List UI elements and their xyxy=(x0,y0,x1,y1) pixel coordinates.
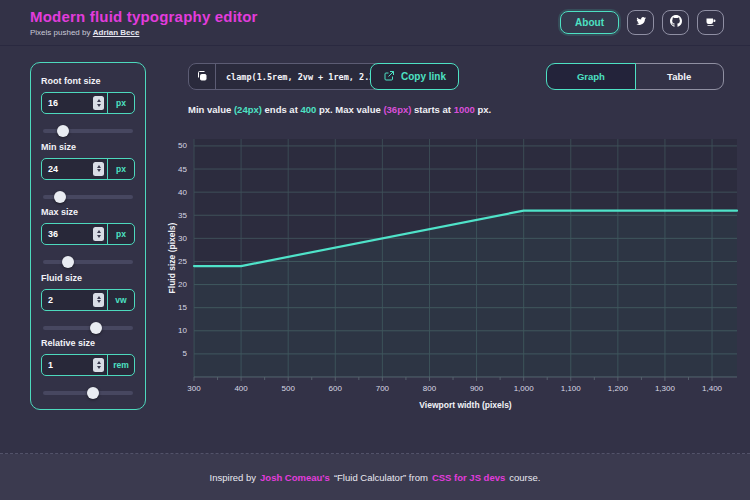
unit-label: px xyxy=(108,224,134,244)
field-value[interactable]: 36 xyxy=(48,229,90,239)
copy-link-label: Copy link xyxy=(401,71,446,82)
stepper-icon[interactable] xyxy=(93,96,104,110)
stepper-icon[interactable] xyxy=(93,162,104,176)
field-value[interactable]: 1 xyxy=(48,360,90,370)
twitter-button[interactable] xyxy=(627,10,654,35)
field-value[interactable]: 16 xyxy=(48,98,90,108)
about-button[interactable]: About xyxy=(560,11,619,34)
x-tick-label: 900 xyxy=(470,384,484,393)
y-tick-label: 20 xyxy=(178,280,187,289)
max-size-slider[interactable] xyxy=(43,260,133,264)
footer: Inspired by Josh Comeau's “Fluid Calcula… xyxy=(0,454,750,500)
fluid-size-slider[interactable] xyxy=(43,326,133,330)
github-icon xyxy=(670,15,682,30)
y-axis-title: Fluid size (pixels) xyxy=(167,222,177,293)
max-value: (36px) xyxy=(383,104,411,115)
slider-thumb[interactable] xyxy=(54,191,66,203)
root-font-size-slider[interactable] xyxy=(43,129,133,133)
field-value[interactable]: 2 xyxy=(48,295,90,305)
tab-table[interactable]: Table xyxy=(634,63,724,90)
stepper-icon[interactable] xyxy=(93,293,104,307)
twitter-icon xyxy=(635,15,647,30)
slider-thumb[interactable] xyxy=(57,125,69,137)
slider-thumb[interactable] xyxy=(87,387,99,399)
relative-size-input-group: 1 rem xyxy=(41,354,135,376)
control-max-size: Max size 36 px xyxy=(41,207,135,269)
coffee-icon xyxy=(705,15,717,30)
tab-graph[interactable]: Graph xyxy=(546,63,636,90)
x-tick-label: 700 xyxy=(376,384,390,393)
min-viewport: 400 xyxy=(300,104,316,115)
control-relative-size: Relative size 1 rem xyxy=(41,338,135,400)
slider-thumb[interactable] xyxy=(90,322,102,334)
x-tick-label: 400 xyxy=(234,384,248,393)
control-label: Max size xyxy=(41,207,135,217)
coffee-button[interactable] xyxy=(697,10,724,35)
min-size-slider[interactable] xyxy=(43,195,133,199)
control-root-font-size: Root font size 16 px xyxy=(41,76,135,138)
x-tick-label: 1,100 xyxy=(561,384,582,393)
copy-code-button[interactable] xyxy=(189,64,216,89)
starts-text: starts at xyxy=(414,104,451,115)
fluid-size-field[interactable]: 2 xyxy=(42,290,108,310)
unit-label: px xyxy=(108,159,134,179)
page-title: Modern fluid typography editor xyxy=(30,8,258,25)
css-for-js-link[interactable]: CSS for JS devs xyxy=(432,472,505,483)
footer-suffix: course. xyxy=(509,472,540,483)
clamp-summary: Min value (24px) ends at 400 px. Max val… xyxy=(188,104,491,115)
github-button[interactable] xyxy=(662,10,689,35)
y-tick-label: 25 xyxy=(178,257,187,266)
x-tick-label: 300 xyxy=(187,384,201,393)
control-label: Relative size xyxy=(41,338,135,348)
field-value[interactable]: 24 xyxy=(48,164,90,174)
x-tick-label: 800 xyxy=(423,384,437,393)
footer-middle: “Fluid Calculator” from xyxy=(334,472,428,483)
px-suffix: px. xyxy=(477,104,491,115)
y-tick-label: 45 xyxy=(178,165,187,174)
relative-size-slider[interactable] xyxy=(43,391,133,395)
px-suffix: px. xyxy=(319,104,333,115)
stepper-icon[interactable] xyxy=(93,227,104,241)
unit-label: px xyxy=(108,93,134,113)
header-actions: About xyxy=(560,10,724,35)
x-tick-label: 1,200 xyxy=(608,384,629,393)
min-size-field[interactable]: 24 xyxy=(42,159,108,179)
min-value: (24px) xyxy=(234,104,262,115)
y-tick-label: 10 xyxy=(178,326,187,335)
control-fluid-size: Fluid size 2 vw xyxy=(41,273,135,335)
footer-prefix: Inspired by xyxy=(210,472,256,483)
max-size-input-group: 36 px xyxy=(41,223,135,245)
y-tick-label: 30 xyxy=(178,234,187,243)
view-toggle: Graph Table xyxy=(546,63,724,90)
byline-prefix: Pixels pushed by xyxy=(30,28,90,37)
copy-icon xyxy=(196,68,208,86)
slider-thumb[interactable] xyxy=(62,256,74,268)
ends-text: ends at xyxy=(265,104,298,115)
x-tick-label: 600 xyxy=(329,384,343,393)
x-axis-title: Viewport width (pixels) xyxy=(419,400,512,410)
copy-link-button[interactable]: Copy link xyxy=(370,63,459,90)
stepper-icon[interactable] xyxy=(93,358,104,372)
relative-size-field[interactable]: 1 xyxy=(42,355,108,375)
chart-svg: 3004005006007008009001,0001,1001,2001,30… xyxy=(166,127,744,419)
x-tick-label: 1,300 xyxy=(655,384,676,393)
unit-label: rem xyxy=(108,355,134,375)
max-label: Max value xyxy=(335,104,380,115)
y-tick-label: 50 xyxy=(178,141,187,150)
root-font-size-field[interactable]: 16 xyxy=(42,93,108,113)
control-label: Fluid size xyxy=(41,273,135,283)
min-size-input-group: 24 px xyxy=(41,158,135,180)
control-label: Min size xyxy=(41,142,135,152)
unit-label: vw xyxy=(108,290,134,310)
josh-comeau-link[interactable]: Josh Comeau's xyxy=(260,472,330,483)
fluid-size-chart: 3004005006007008009001,0001,1001,2001,30… xyxy=(166,127,744,419)
y-tick-label: 35 xyxy=(178,211,187,220)
y-tick-label: 40 xyxy=(178,188,187,197)
x-tick-label: 1,000 xyxy=(514,384,535,393)
author-link[interactable]: Adrian Bece xyxy=(93,28,140,37)
byline: Pixels pushed by Adrian Bece xyxy=(30,28,258,37)
max-size-field[interactable]: 36 xyxy=(42,224,108,244)
y-tick-label: 15 xyxy=(178,303,187,312)
header: Modern fluid typography editor Pixels pu… xyxy=(0,0,750,46)
max-viewport: 1000 xyxy=(454,104,475,115)
